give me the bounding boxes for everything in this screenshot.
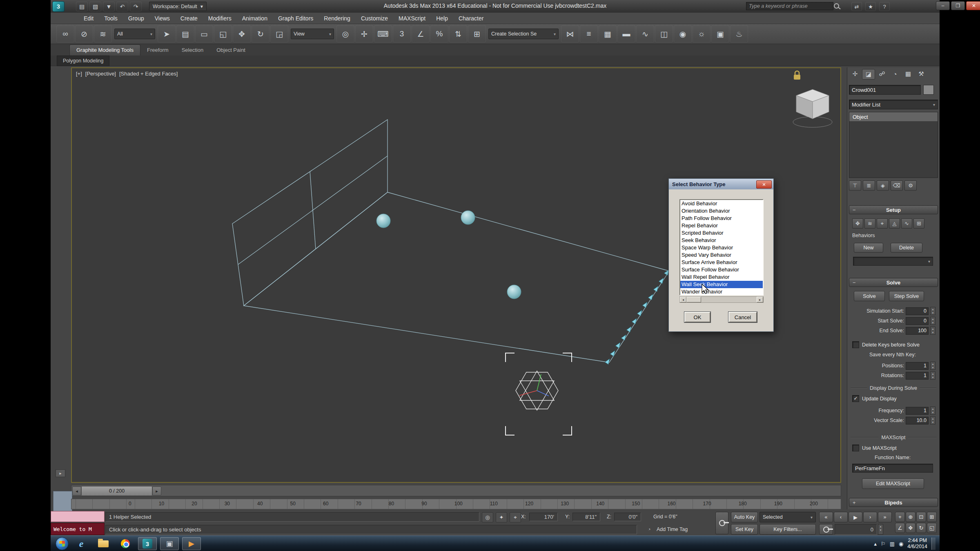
behavior-dropdown[interactable]: ▾ — [853, 257, 933, 266]
setup-rollout-header[interactable]: −Setup — [849, 205, 938, 214]
zoom-button[interactable]: + — [895, 512, 905, 522]
maximize-button[interactable]: ❐ — [951, 1, 965, 10]
behavior-type-option[interactable]: Orientation Behavior — [680, 207, 763, 215]
menu-item[interactable]: Character — [453, 13, 489, 24]
unlink-selection-icon[interactable]: ⊘ — [75, 25, 93, 42]
multiple-delegate-editing-icon[interactable]: ◬ — [889, 218, 900, 229]
ribbon-tab[interactable]: Graphite Modeling Tools — [69, 44, 140, 56]
tab-motion[interactable]: ◔ — [889, 69, 901, 79]
menu-item[interactable]: Modifiers — [203, 13, 237, 24]
cognitive-controllers-icon[interactable]: ⊞ — [913, 218, 924, 229]
scroll-right-arrow[interactable]: ▸ — [757, 297, 763, 302]
object-associations-icon[interactable]: ≋ — [864, 218, 875, 229]
favorites-icon[interactable]: ★ — [865, 2, 876, 11]
selected-delegate[interactable] — [516, 371, 558, 410]
dialog-close-button[interactable]: ✕ — [756, 180, 772, 189]
menu-item[interactable]: Tools — [99, 13, 123, 24]
isolate-selection-toggle[interactable]: ◎ — [482, 512, 493, 522]
behavior-type-option[interactable]: Repel Behavior — [680, 222, 763, 229]
viewport-label-segment[interactable]: [Shaded + Edged Faces] — [119, 71, 178, 77]
spinner-field[interactable]: 100 — [906, 327, 929, 335]
key-mode-toggle[interactable] — [819, 524, 833, 535]
undo-icon[interactable]: ↶ — [116, 2, 128, 11]
solve-rollout-header[interactable]: −Solve — [849, 278, 938, 287]
reference-coordinate-dropdown[interactable]: View▾ — [291, 29, 334, 39]
redo-icon[interactable]: ↷ — [130, 2, 142, 11]
previous-frame-button[interactable]: ‹ — [834, 512, 848, 522]
select-and-manipulate-icon[interactable]: ✢ — [355, 25, 373, 42]
spinner-arrows[interactable]: ▴▾ — [930, 362, 935, 370]
solve-button[interactable]: Solve — [854, 291, 885, 301]
tab-utilities[interactable]: ⚒ — [915, 69, 927, 79]
spinner-arrows[interactable]: ▴▾ — [930, 327, 935, 335]
object-name-field[interactable]: Crowd001 — [849, 85, 921, 95]
ribbon-tab[interactable]: Object Paint — [210, 45, 252, 56]
open-mini-curve-editor-button[interactable] — [53, 491, 72, 513]
bipeds-rollout-header[interactable]: +Bipeds — [849, 498, 938, 507]
communication-center-icon[interactable]: ⇄ — [851, 2, 862, 11]
spinner-arrows[interactable]: ▴▾ — [930, 307, 935, 315]
zoom-extents-all-button[interactable]: ⊞ — [927, 512, 937, 522]
tray-flag-icon[interactable]: ⚐ — [881, 541, 886, 547]
ribbon-tab[interactable]: Selection — [175, 45, 210, 56]
orbit-button[interactable]: ↻ — [916, 523, 926, 533]
material-editor-icon[interactable]: ◉ — [674, 25, 692, 42]
maximize-viewport-toggle[interactable]: ◱ — [927, 523, 937, 533]
track-bar[interactable]: 0102030405060708090100110120130140150160… — [71, 499, 841, 509]
menu-item[interactable]: Customize — [356, 13, 393, 24]
spinner-arrows[interactable]: ▴▾ — [930, 317, 935, 325]
time-slider-handle[interactable]: 0 / 200 — [81, 486, 152, 496]
taskbar-3dsmax[interactable]: 3 — [138, 537, 157, 550]
spinner-field[interactable]: 10.0 — [906, 417, 929, 424]
viewport-label-segment[interactable]: [Perspective] — [85, 71, 116, 77]
update-display-checkbox[interactable]: ✓ Update Display — [852, 395, 897, 402]
tab-hierarchy[interactable]: ☍ — [876, 69, 888, 79]
workspace-dropdown[interactable]: Workspace: Default ▾ — [149, 2, 207, 11]
taskbar-file-explorer[interactable] — [94, 537, 113, 550]
remove-modifier-icon[interactable]: ⌫ — [891, 180, 903, 191]
ribbon-toggle-icon[interactable]: ▬ — [617, 25, 635, 42]
behavior-type-option[interactable]: Path Follow Behavior — [680, 215, 763, 222]
tab-display[interactable]: ▦ — [902, 69, 914, 79]
select-object-icon[interactable]: ➤ — [158, 25, 176, 42]
use-pivot-point-center-icon[interactable]: ◎ — [336, 25, 354, 42]
viewcube[interactable] — [793, 89, 832, 127]
select-and-rotate-icon[interactable]: ↻ — [252, 25, 270, 42]
configure-modifier-sets-icon[interactable]: ⚙ — [904, 180, 917, 191]
spinner-field[interactable]: 0 — [906, 317, 929, 325]
add-time-tag[interactable]: Add Time Tag — [657, 527, 688, 532]
absolute-offset-toggle[interactable]: ⌖ — [510, 512, 521, 522]
behavior-type-option[interactable]: Wall Repel Behavior — [680, 273, 763, 281]
minimize-button[interactable]: – — [936, 1, 950, 10]
tray-expand-icon[interactable]: ▴ — [874, 541, 877, 547]
zoom-extents-button[interactable]: ⊡ — [916, 512, 926, 522]
menu-item[interactable]: Rendering — [318, 13, 356, 24]
window-crossing-toggle-icon[interactable]: ◱ — [214, 25, 232, 42]
current-frame-field[interactable]: 0 — [835, 524, 877, 535]
spinner-arrows[interactable]: ▴▾ — [930, 407, 935, 415]
ground-plane[interactable] — [244, 192, 669, 362]
taskbar-media-player[interactable]: ▶ — [182, 537, 201, 550]
next-frame-button[interactable]: › — [863, 512, 877, 522]
taskbar-app-window[interactable]: ▣ — [160, 537, 179, 550]
behavior-type-option[interactable]: Wander Behavior — [680, 288, 763, 295]
tray-volume-icon[interactable]: ◉ — [899, 541, 903, 547]
layer-manager-icon[interactable]: ▦ — [599, 25, 617, 42]
menu-item[interactable]: Views — [149, 13, 175, 24]
spinner-field[interactable]: 1 — [906, 362, 929, 370]
new-behavior-button[interactable]: New — [854, 243, 883, 253]
select-and-move-icon[interactable]: ✥ — [233, 25, 251, 42]
tab-modify[interactable]: ◪ — [862, 69, 875, 80]
align-icon[interactable]: ≡ — [580, 25, 598, 42]
application-menu-button[interactable]: 3 — [52, 1, 65, 12]
behavior-type-option[interactable]: Avoid Behavior — [680, 200, 763, 207]
new-scene-icon[interactable]: ▤ — [76, 2, 88, 11]
function-name-field[interactable]: PerFrameFn — [852, 464, 933, 473]
delegate-arrows[interactable] — [605, 269, 670, 364]
modifier-list-dropdown[interactable]: Modifier List ▾ — [849, 100, 938, 109]
spinner-arrows[interactable]: ▴▾ — [930, 416, 935, 424]
selection-lock-toggle[interactable]: ✦ — [496, 512, 507, 522]
behavior-type-option[interactable]: Surface Arrive Behavior — [680, 259, 763, 266]
go-to-end-button[interactable]: » — [878, 512, 892, 522]
time-slider-back-button[interactable]: ◂ — [72, 487, 81, 495]
